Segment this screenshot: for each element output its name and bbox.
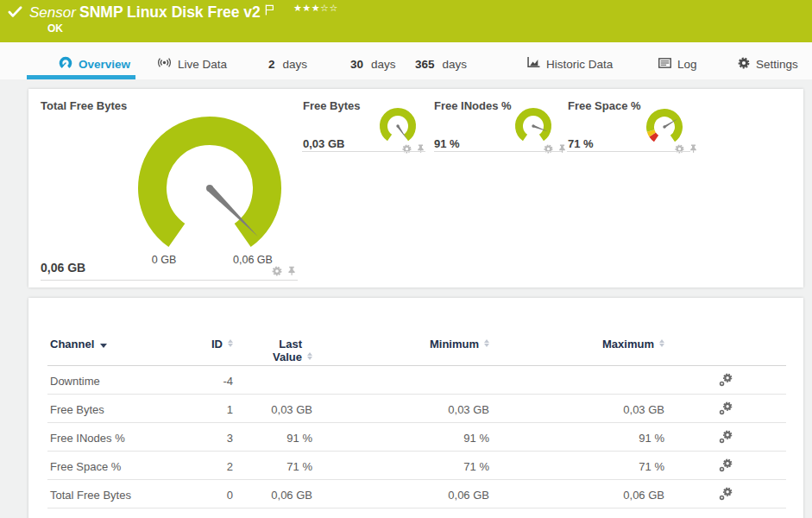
table-row: Total Free Bytes 0 0,06 GB 0,06 GB 0,06 … <box>47 479 786 508</box>
gauge-value-free-inodes: 91 % <box>434 137 460 150</box>
cell-maximum: 71 % <box>489 451 664 479</box>
cell-maximum: 0,06 GB <box>489 479 664 508</box>
cell-id: 2 <box>160 451 233 479</box>
column-header-channel[interactable]: Channel <box>47 298 160 365</box>
cell-minimum: 0,06 GB <box>312 479 489 508</box>
tab-30-days[interactable]: 30 days <box>350 49 396 79</box>
cell-maximum: 91 % <box>489 422 664 451</box>
gauge-value-free-space: 71 % <box>568 137 594 150</box>
flag-icon[interactable] <box>265 3 274 19</box>
cell-id: 1 <box>160 394 233 422</box>
cell-last-value: 91 % <box>233 422 312 451</box>
pin-icon[interactable] <box>416 142 425 157</box>
active-tab-underline <box>27 75 135 79</box>
tab-overview[interactable]: Overview <box>59 49 130 79</box>
log-icon <box>658 58 671 71</box>
cell-minimum <box>312 365 489 394</box>
sort-icon <box>659 339 664 348</box>
cell-channel: Free INodes % <box>47 422 160 451</box>
cell-channel: Downtime <box>47 365 160 394</box>
sensor-type-label: Sensor <box>29 4 76 22</box>
channels-table: Channel ID Last Value Minimum Maximum <box>47 298 786 509</box>
broadcast-icon <box>157 56 172 72</box>
cell-last-value <box>233 365 312 394</box>
tab-bar: Overview Live Data 2 days 30 days 365 da… <box>0 42 812 79</box>
gauge-settings-gear-icon[interactable] <box>675 142 684 157</box>
channel-settings-icon[interactable] <box>719 405 733 418</box>
cell-channel: Free Bytes <box>47 394 160 422</box>
channel-settings-icon[interactable] <box>719 433 733 446</box>
chart-icon <box>527 57 540 71</box>
gauge-title-free-bytes: Free Bytes <box>303 99 360 112</box>
priority-stars[interactable]: ★★★☆☆ <box>293 3 338 14</box>
channel-settings-icon[interactable] <box>719 462 733 475</box>
gauge-title-free-inodes: Free INodes % <box>434 99 512 112</box>
cell-minimum: 0,03 GB <box>312 394 489 422</box>
column-header-maximum[interactable]: Maximum <box>489 298 664 365</box>
channel-settings-icon[interactable] <box>719 490 733 503</box>
channels-panel: Channel ID Last Value Minimum Maximum <box>28 298 803 518</box>
pin-icon[interactable] <box>557 142 567 157</box>
sensor-title: SNMP Linux Disk Free v2 <box>79 3 261 22</box>
gauge-icon <box>59 56 72 73</box>
cell-maximum: 0,03 GB <box>489 394 664 422</box>
gauges-panel: Total Free Bytes 0 GB 0,06 GB 0,06 GB Fr… <box>28 89 803 287</box>
cell-id: -4 <box>160 365 233 394</box>
cell-channel: Total Free Bytes <box>47 479 160 508</box>
channel-settings-icon[interactable] <box>719 376 733 389</box>
main-gauge <box>123 102 296 275</box>
main-gauge-title: Total Free Bytes <box>41 99 127 112</box>
pin-icon[interactable] <box>286 264 297 280</box>
cell-minimum: 91 % <box>312 422 489 451</box>
sensor-header: Sensor SNMP Linux Disk Free v2 ★★★☆☆ OK <box>0 0 812 42</box>
tab-log[interactable]: Log <box>658 49 697 79</box>
column-header-actions <box>664 298 786 365</box>
gauge-value-free-bytes: 0,03 GB <box>303 137 344 150</box>
divider <box>434 151 562 152</box>
divider <box>41 280 298 281</box>
column-header-last-value[interactable]: Last Value <box>233 298 312 365</box>
gauge-free-bytes <box>377 105 419 147</box>
divider <box>302 151 425 152</box>
cell-id: 0 <box>160 479 233 508</box>
table-row: Free INodes % 3 91 % 91 % 91 % <box>47 422 786 451</box>
tab-historic-data[interactable]: Historic Data <box>527 49 613 79</box>
tab-settings[interactable]: Settings <box>738 49 798 79</box>
gauge-settings-gear-icon[interactable] <box>272 264 282 280</box>
cell-id: 3 <box>160 422 233 451</box>
column-header-id[interactable]: ID <box>160 298 233 365</box>
tab-2-days[interactable]: 2 days <box>268 49 307 79</box>
table-row: Free Space % 2 71 % 71 % 71 % <box>47 451 786 479</box>
cell-channel: Free Space % <box>47 451 160 479</box>
table-row: Free Bytes 1 0,03 GB 0,03 GB 0,03 GB <box>47 394 786 422</box>
gauge-settings-gear-icon[interactable] <box>544 142 553 157</box>
status-badge: OK <box>47 22 63 35</box>
gauge-free-inodes <box>513 105 554 147</box>
cell-minimum: 71 % <box>312 451 489 479</box>
gauge-title-free-space: Free Space % <box>568 99 641 112</box>
gauge-settings-gear-icon[interactable] <box>402 142 412 157</box>
column-header-minimum[interactable]: Minimum <box>312 298 489 365</box>
sort-icon <box>484 339 489 348</box>
table-row: Downtime -4 <box>47 365 786 394</box>
gear-icon <box>738 57 750 72</box>
tab-live-data[interactable]: Live Data <box>157 49 227 79</box>
cell-maximum <box>489 365 664 394</box>
main-gauge-max-label: 0,06 GB <box>233 254 273 266</box>
cell-last-value: 0,06 GB <box>233 479 312 508</box>
status-check-icon <box>8 6 22 22</box>
filter-caret-icon <box>100 344 107 348</box>
sort-icon <box>307 352 312 361</box>
pin-icon[interactable] <box>689 142 698 157</box>
tab-365-days[interactable]: 365 days <box>415 49 467 79</box>
divider <box>567 151 690 152</box>
cell-last-value: 71 % <box>233 451 312 479</box>
main-gauge-value: 0,06 GB <box>41 261 85 275</box>
main-gauge-min-label: 0 GB <box>152 254 177 266</box>
sort-icon <box>228 339 233 348</box>
cell-last-value: 0,03 GB <box>233 394 312 422</box>
